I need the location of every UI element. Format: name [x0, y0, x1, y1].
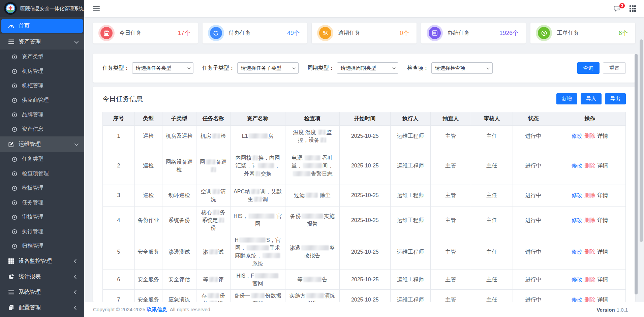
delete-link[interactable]: 删除	[584, 297, 595, 302]
detail-link[interactable]: 详情	[597, 163, 608, 168]
detail-link[interactable]: 详情	[597, 297, 608, 302]
page-scrollbar[interactable]	[640, 39, 643, 242]
cell-start-time: 2025-10-25	[340, 147, 391, 185]
column-header: 序号	[103, 112, 135, 125]
sidebar-item[interactable]: 任务管理	[0, 195, 84, 210]
reset-button[interactable]: 重置	[603, 62, 626, 74]
redacted-text	[213, 210, 219, 215]
cell-type: 巡检	[134, 125, 162, 147]
filter-groups: 任务类型：请选择任务类型任务子类型：请选择任务子类型周期类型：请选择周期类型检查…	[102, 62, 501, 74]
detail-link[interactable]: 详情	[597, 249, 608, 255]
sidebar-item[interactable]: 供应商管理	[0, 93, 84, 107]
column-header: 任务名称	[196, 112, 230, 125]
table-action-button[interactable]: 导出	[605, 93, 626, 104]
sidebar-item[interactable]: 机房管理	[0, 64, 84, 78]
cell-type: 巡检	[134, 185, 162, 206]
grid-icon	[7, 258, 15, 264]
sidebar-item[interactable]: 系统管理	[0, 284, 84, 300]
hospital-logo	[4, 2, 17, 15]
sidebar-item[interactable]: 执行管理	[0, 224, 84, 239]
select-arrow-icon	[392, 66, 396, 69]
company-link[interactable]: 玖讯信息	[147, 307, 167, 312]
dot-circle-icon	[11, 215, 18, 220]
delete-link[interactable]: 删除	[584, 192, 595, 198]
delete-link[interactable]: 删除	[584, 217, 595, 223]
search-button[interactable]: 查询	[577, 62, 600, 74]
cell-executor: 运维工程师	[390, 290, 431, 302]
sidebar-item[interactable]: 资产类型	[0, 50, 84, 64]
cell-status: 进行中	[513, 270, 554, 289]
edit-link[interactable]: 修改	[572, 277, 582, 282]
sidebar-item[interactable]: 模板管理	[0, 181, 84, 195]
sidebar-item[interactable]: 品牌管理	[0, 107, 84, 122]
sidebar-item-label: 机柜管理	[22, 82, 43, 89]
sidebar-item-label: 模板管理	[22, 185, 43, 192]
filter-label: 检查项：	[407, 65, 429, 72]
column-header: 检查项	[285, 112, 339, 125]
detail-link[interactable]: 详情	[597, 277, 608, 282]
filter-group: 任务子类型：请选择任务子类型	[202, 62, 299, 74]
sync-icon	[210, 27, 222, 39]
select-value: 请选择检查项	[435, 65, 465, 71]
logo-bar: 医院信息安全一体化管理系统	[0, 0, 84, 17]
edit-link[interactable]: 修改	[572, 249, 582, 255]
table-action-button[interactable]: 新增	[556, 93, 577, 104]
cell-asset-name: HIS， 官网	[230, 206, 285, 234]
delete-link[interactable]: 删除	[584, 133, 595, 139]
filter-select[interactable]: 请选择任务子类型	[237, 62, 299, 74]
column-header: 资产名称	[230, 112, 285, 125]
detail-link[interactable]: 详情	[597, 133, 608, 139]
sidebar-item[interactable]: 运维管理	[0, 136, 84, 152]
collapse-sidebar-button[interactable]	[93, 6, 100, 11]
cell-type: 巡检	[134, 147, 162, 185]
filter-select[interactable]: 请选择任务类型	[132, 62, 193, 74]
table-action-button[interactable]: 导入	[581, 93, 602, 104]
dot-circle-icon	[11, 112, 18, 118]
sidebar-item[interactable]: 资产信息	[0, 122, 84, 136]
sidebar-item[interactable]: 审核管理	[0, 210, 84, 224]
edit-link[interactable]: 修改	[572, 192, 582, 198]
filter-group: 任务类型：请选择任务类型	[102, 62, 193, 74]
cell-operations: 修改删除详情	[554, 270, 626, 289]
edit-link[interactable]: 修改	[572, 133, 582, 139]
sidebar-item[interactable]: 资产管理	[0, 34, 84, 50]
sidebar-item-label: 运维管理	[19, 140, 41, 148]
dot-circle-icon	[11, 200, 18, 205]
edit-link[interactable]: 修改	[572, 217, 582, 223]
delete-link[interactable]: 删除	[584, 163, 595, 168]
messages-button[interactable]: 3	[614, 5, 621, 12]
sidebar-item[interactable]: 配置管理	[0, 300, 84, 315]
sidebar-item[interactable]: 机柜管理	[0, 78, 84, 93]
cell-subtype: 机房及巡检	[162, 125, 196, 147]
sidebar-item[interactable]: 统计报表	[0, 269, 84, 284]
filter-select[interactable]: 请选择检查项	[431, 62, 493, 74]
delete-link[interactable]: 删除	[584, 277, 595, 282]
table-row: 6安全服务安全评估等评HIS，F 官网等告2025-10-25运维工程师主管主任…	[103, 270, 626, 289]
cell-no: 4	[103, 206, 135, 234]
cell-start-time: 2025-10-25	[340, 185, 391, 206]
redacted-text	[208, 293, 219, 298]
filter-select[interactable]: 请选择周期类型	[337, 62, 398, 74]
sidebar-item[interactable]: 检查项管理	[0, 166, 84, 181]
edit-link[interactable]: 修改	[572, 297, 582, 302]
detail-link[interactable]: 详情	[597, 192, 608, 198]
stat-label: 今日任务	[119, 29, 142, 37]
sidebar-item[interactable]: 首页	[1, 19, 83, 33]
chevron-left-icon	[74, 290, 78, 294]
cell-no: 6	[103, 270, 135, 289]
sidebar-item[interactable]: 任务类型	[0, 152, 84, 166]
sidebar-item[interactable]: 设备监控管理	[0, 253, 84, 269]
cell-operations: 修改删除详情	[554, 290, 626, 302]
dot-circle-icon	[11, 157, 18, 162]
redacted-text	[255, 171, 260, 176]
apps-button[interactable]	[630, 5, 636, 12]
edit-link[interactable]: 修改	[572, 163, 582, 168]
sidebar-item-label: 资产管理	[19, 38, 41, 45]
app-root: 医院信息安全一体化管理系统 首页资产管理资产类型机房管理机柜管理供应商管理品牌管…	[0, 0, 644, 317]
delete-link[interactable]: 删除	[584, 249, 595, 255]
message-count-badge: 3	[619, 3, 625, 8]
cell-check-item: 渗透整改报告	[285, 234, 339, 270]
inner-scrollbar[interactable]	[635, 54, 638, 294]
detail-link[interactable]: 详情	[597, 217, 608, 223]
sidebar-item[interactable]: 归档管理	[0, 239, 84, 253]
